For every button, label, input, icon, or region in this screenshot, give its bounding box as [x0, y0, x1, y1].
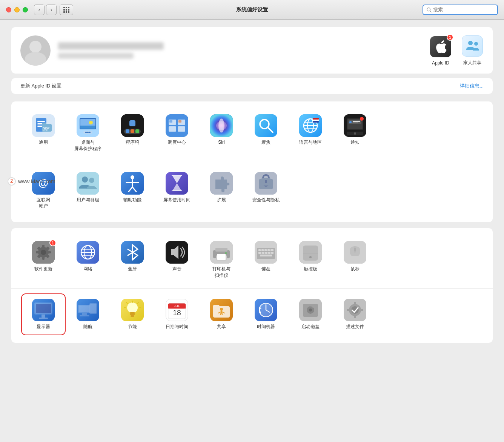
general-icon: New One — [32, 114, 55, 137]
traffic-lights — [6, 7, 28, 12]
svg-rect-139 — [36, 304, 51, 313]
user-email — [58, 53, 134, 59]
minimize-button[interactable] — [14, 7, 20, 12]
pref-display[interactable]: 显示器 — [23, 295, 64, 334]
pref-software-update[interactable]: 1 软件更新 — [23, 237, 64, 282]
battery-icon — [121, 299, 144, 321]
mouse-icon — [344, 241, 366, 264]
section-hardware: 1 软件更新 — [11, 228, 493, 342]
pref-sharing[interactable]: 共享 — [201, 295, 242, 334]
pref-screentime[interactable]: 屏幕使用时间 — [156, 168, 198, 213]
pref-extensions[interactable]: 扩展 — [201, 168, 242, 213]
pref-siri[interactable]: Siri — [201, 110, 242, 156]
pref-bluetooth[interactable]: 蓝牙 — [112, 237, 153, 282]
timemachine-icon — [255, 299, 277, 321]
pref-profiles[interactable]: 描述文件 — [334, 295, 376, 334]
svg-rect-41 — [255, 114, 277, 137]
titlebar: ‹ › 系统偏好设置 — [0, 0, 504, 20]
svg-point-20 — [87, 132, 89, 133]
pref-battery[interactable]: 节能 — [112, 295, 153, 334]
svg-rect-125 — [265, 252, 267, 254]
pref-timemachine[interactable]: 时间机器 — [245, 295, 287, 334]
search-icon — [426, 7, 432, 12]
users-icon — [77, 172, 99, 195]
pref-mouse[interactable]: 鼠标 — [334, 237, 376, 282]
general-label: 通用 — [39, 139, 48, 146]
trackpad-label: 触控板 — [304, 266, 317, 272]
pref-trackpad[interactable]: 触控板 — [290, 237, 331, 282]
users-label: 用户与群组 — [77, 197, 99, 203]
svg-text:JUL: JUL — [174, 304, 180, 308]
pref-sound[interactable]: 声音 — [156, 237, 198, 282]
pref-users[interactable]: 用户与群组 — [67, 168, 109, 213]
search-input[interactable] — [433, 7, 494, 12]
pref-keyboard[interactable]: 键盘 — [245, 237, 287, 282]
section-hardware2-grid: 显示器 — [23, 295, 481, 334]
svg-rect-29 — [129, 120, 135, 126]
pref-sidecar[interactable]: 随航 — [67, 295, 109, 334]
svg-rect-52 — [313, 120, 319, 121]
pref-startup[interactable]: 启动磁盘 — [290, 295, 331, 334]
accessibility-icon — [121, 172, 144, 195]
update-text: 更新 Apple ID 设置 — [20, 83, 61, 89]
section-personal-grid: New One 通用 — [23, 110, 481, 156]
pref-printer[interactable]: 打印机与 扫描仪 — [201, 237, 242, 282]
svg-rect-10 — [42, 123, 46, 125]
svg-rect-6 — [37, 121, 45, 122]
apple-id-button[interactable]: 1 Apple ID — [429, 35, 452, 66]
pref-general[interactable]: New One 通用 — [23, 110, 64, 156]
svg-point-88 — [41, 250, 46, 255]
family-icon — [462, 35, 483, 57]
svg-point-63 — [360, 117, 364, 121]
pref-language[interactable]: 语言与地区 — [290, 110, 331, 156]
internet-label: 互联网 帐户 — [37, 197, 50, 210]
pref-mission[interactable]: 调度中心 — [156, 110, 198, 156]
grid-view-button[interactable] — [60, 5, 73, 15]
watermark-url: www.MacZ.com — [18, 178, 55, 184]
svg-rect-122 — [270, 249, 274, 251]
svg-rect-121 — [267, 249, 270, 251]
family-sharing-button[interactable]: 家人共享 — [461, 35, 484, 66]
pref-notifications[interactable]: 通知 — [334, 110, 376, 156]
svg-rect-92 — [48, 251, 51, 253]
svg-point-2 — [468, 41, 473, 45]
svg-rect-28 — [124, 134, 141, 134]
svg-text:One: One — [43, 129, 48, 131]
search-box[interactable] — [423, 5, 498, 15]
svg-rect-85 — [265, 181, 267, 183]
pref-datetime[interactable]: JUL 18 日期与时间 — [156, 295, 198, 334]
svg-line-1 — [430, 11, 432, 12]
network-icon — [77, 241, 99, 264]
notifications-icon — [344, 114, 366, 137]
security-label: 安全性与隐私 — [252, 197, 280, 203]
extensions-icon — [210, 172, 233, 195]
screentime-icon — [166, 172, 188, 195]
pref-dock[interactable]: 程序坞 — [112, 110, 153, 156]
pref-spotlight[interactable]: 聚焦 — [245, 110, 287, 156]
maximize-button[interactable] — [23, 7, 28, 12]
forward-button[interactable]: › — [46, 5, 57, 15]
svg-point-19 — [85, 132, 87, 133]
svg-point-3 — [474, 42, 478, 46]
svg-rect-135 — [354, 248, 356, 252]
svg-rect-146 — [90, 304, 96, 313]
pref-internet[interactable]: @ 互联网 帐户 — [23, 168, 64, 213]
user-name — [58, 42, 164, 50]
pref-security[interactable]: 安全性与隐私 — [245, 168, 287, 213]
svg-rect-124 — [262, 252, 264, 254]
siri-label: Siri — [218, 139, 224, 146]
pref-accessibility[interactable]: 辅助功能 — [112, 168, 153, 213]
mission-label: 调度中心 — [168, 139, 186, 146]
svg-point-115 — [225, 252, 227, 254]
pref-desktop[interactable]: 桌面与 屏幕保护程序 — [67, 110, 109, 156]
close-button[interactable] — [6, 7, 11, 12]
trackpad-icon — [299, 241, 322, 264]
network-label: 网络 — [83, 266, 92, 272]
details-link[interactable]: 详细信息... — [460, 83, 484, 89]
svg-rect-151 — [130, 312, 135, 314]
desktop-label: 桌面与 屏幕保护程序 — [74, 139, 101, 152]
svg-rect-8 — [37, 126, 43, 127]
back-button[interactable]: ‹ — [34, 5, 45, 15]
watermark: Z www.MacZ.com — [8, 177, 55, 186]
pref-network[interactable]: 网络 — [67, 237, 109, 282]
